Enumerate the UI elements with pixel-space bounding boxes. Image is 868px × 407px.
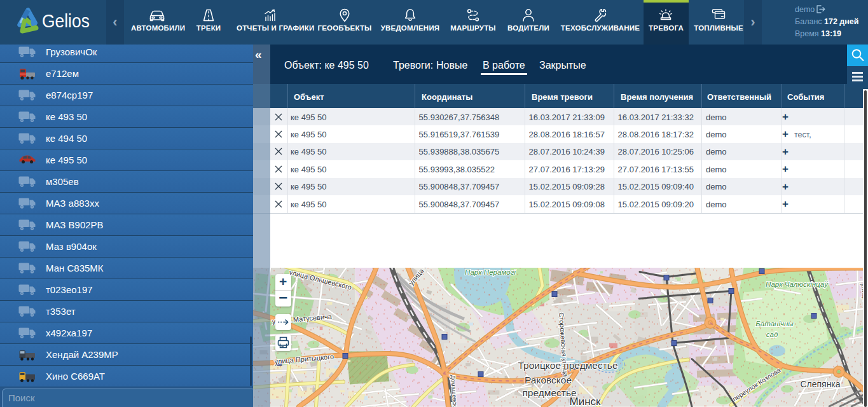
svg-text:предместье: предместье xyxy=(522,387,576,398)
svg-text:Троицкое предместье: Троицкое предместье xyxy=(518,360,617,371)
svg-text:Парк Перамогі: Парк Перамогі xyxy=(465,268,516,276)
svg-text:Батанічны: Батанічны xyxy=(755,320,794,328)
svg-text:Слепянка: Слепянка xyxy=(800,379,840,389)
svg-text:Парк Чалюскінцаў: Парк Чалюскінцаў xyxy=(766,280,829,288)
svg-text:сад: сад xyxy=(766,331,778,338)
svg-text:Раковское: Раковское xyxy=(525,375,572,385)
svg-text:Минск: Минск xyxy=(570,396,602,407)
